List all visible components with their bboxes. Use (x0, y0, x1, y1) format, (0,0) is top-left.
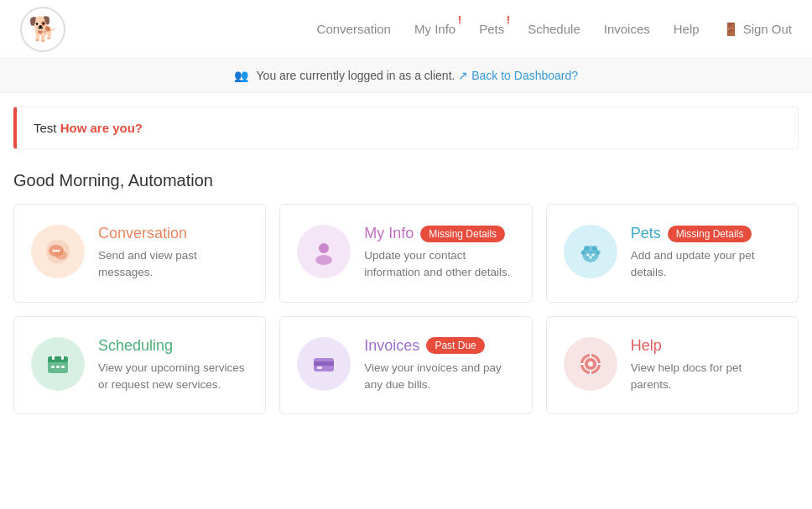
myinfo-title: My Info (364, 225, 414, 242)
invoices-title-row: Invoices Past Due (364, 337, 514, 355)
logo: 🐕 (20, 7, 65, 52)
alert-banner: Test How are you? (13, 106, 799, 149)
card-conversation[interactable]: Conversation Send and view past messages… (13, 204, 266, 303)
svg-rect-19 (52, 356, 55, 360)
notification-bar: 👥 You are currently logged in as a clien… (0, 59, 812, 93)
svg-point-15 (591, 253, 595, 257)
svg-point-3 (53, 250, 55, 252)
invoices-title: Invoices (364, 337, 419, 355)
svg-point-5 (58, 250, 60, 252)
help-icon-circle (564, 337, 617, 391)
conversation-desc: Send and view past messages. (98, 247, 248, 282)
pets-card-content: Pets Missing Details Add and update your… (631, 225, 781, 282)
myinfo-badge-icon: ! (458, 13, 461, 26)
help-desc: View help docs for pet parents. (631, 360, 781, 394)
cards-grid: Conversation Send and view past messages… (0, 204, 812, 428)
svg-point-6 (319, 243, 329, 253)
header: 🐕 Conversation My Info ! Pets ! Schedule… (0, 0, 812, 59)
myinfo-icon-circle (297, 225, 351, 278)
myinfo-card-content: My Info Missing Details Update your cont… (364, 225, 514, 282)
scheduling-card-content: Scheduling View your upcoming services o… (98, 337, 248, 394)
nav: Conversation My Info ! Pets ! Schedule I… (317, 22, 792, 37)
scheduling-title: Scheduling (98, 337, 173, 355)
help-title: Help (631, 337, 662, 355)
svg-rect-25 (314, 361, 334, 366)
nav-schedule[interactable]: Schedule (528, 22, 580, 36)
pets-badge-icon: ! (507, 13, 510, 26)
svg-rect-23 (61, 366, 65, 368)
card-myinfo[interactable]: My Info Missing Details Update your cont… (279, 204, 532, 303)
nav-invoices[interactable]: Invoices (604, 22, 650, 36)
conversation-title: Conversation (98, 225, 187, 242)
logo-area: 🐕 (20, 7, 65, 52)
myinfo-missing-badge: Missing Details (420, 226, 505, 242)
svg-rect-20 (61, 356, 64, 360)
svg-point-29 (588, 361, 593, 366)
invoices-pastdue-badge: Past Due (426, 337, 484, 354)
card-pets[interactable]: Pets Missing Details Add and update your… (546, 204, 799, 303)
sign-out-button[interactable]: 🚪 Sign Out (723, 22, 792, 37)
pets-icon-circle (564, 225, 617, 278)
conversation-title-row: Conversation (98, 225, 248, 242)
svg-point-7 (315, 255, 332, 265)
conversation-card-content: Conversation Send and view past messages… (98, 225, 248, 282)
card-help[interactable]: Help View help docs for pet parents. (546, 316, 799, 415)
svg-point-13 (596, 251, 600, 255)
svg-rect-22 (56, 366, 60, 368)
help-title-row: Help (631, 337, 781, 355)
people-icon: 👥 (234, 69, 248, 82)
scheduling-title-row: Scheduling (98, 337, 248, 355)
pets-title-row: Pets Missing Details (631, 225, 781, 242)
nav-help[interactable]: Help (674, 22, 700, 36)
card-scheduling[interactable]: Scheduling View your upcoming services o… (13, 316, 266, 415)
nav-myinfo[interactable]: My Info ! (414, 22, 455, 36)
help-card-content: Help View help docs for pet parents. (631, 337, 781, 394)
svg-point-4 (55, 250, 58, 252)
pets-title: Pets (631, 225, 661, 242)
sign-out-icon: 🚪 (723, 22, 739, 37)
invoices-icon-circle (297, 337, 351, 391)
scheduling-desc: View your upcoming services or request n… (98, 360, 248, 394)
myinfo-desc: Update your contact information and othe… (364, 247, 514, 282)
pets-desc: Add and update your pet details. (631, 247, 781, 282)
scheduling-icon-circle (31, 337, 85, 391)
svg-rect-18 (48, 356, 68, 362)
svg-point-10 (584, 246, 589, 251)
invoices-card-content: Invoices Past Due View your invoices and… (364, 337, 514, 394)
nav-pets[interactable]: Pets ! (479, 22, 504, 36)
svg-point-16 (589, 256, 592, 259)
svg-rect-21 (51, 366, 55, 368)
svg-point-12 (580, 251, 585, 255)
svg-rect-26 (317, 366, 322, 369)
invoices-desc: View your invoices and pay any due bills… (364, 360, 514, 394)
external-link-icon: ↗ (458, 69, 468, 82)
nav-conversation[interactable]: Conversation (317, 22, 391, 36)
svg-point-11 (592, 246, 597, 251)
card-invoices[interactable]: Invoices Past Due View your invoices and… (279, 316, 532, 415)
svg-point-2 (55, 251, 67, 260)
greeting: Good Morning, Automation (0, 163, 812, 204)
pets-missing-badge: Missing Details (668, 226, 752, 242)
dashboard-link[interactable]: ↗ Back to Dashboard? (458, 69, 578, 82)
svg-point-14 (586, 253, 590, 257)
conversation-icon-circle (31, 225, 85, 278)
myinfo-title-row: My Info Missing Details (364, 225, 514, 242)
